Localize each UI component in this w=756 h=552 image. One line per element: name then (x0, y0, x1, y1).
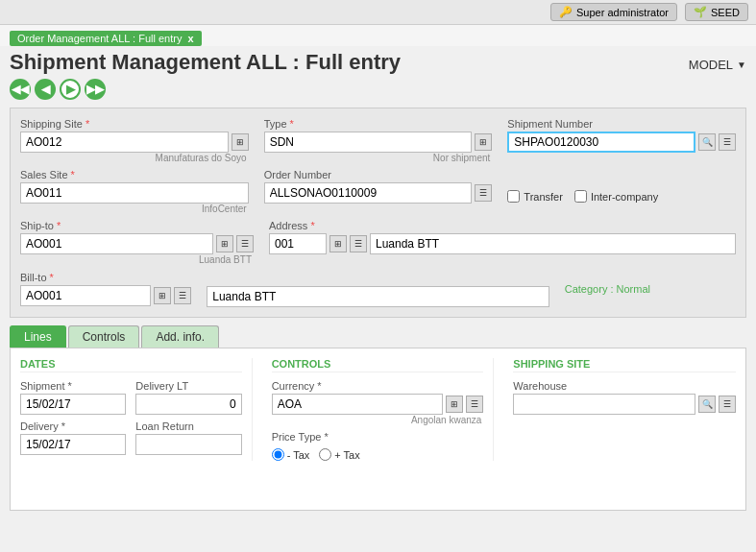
transfer-label: Transfer (524, 191, 563, 203)
shipment-date-input[interactable] (20, 394, 126, 415)
seed-label: SEED (711, 7, 740, 18)
user-button[interactable]: 🔑 Super administrator (550, 3, 677, 21)
top-bar: 🔑 Super administrator 🌱 SEED (0, 0, 756, 25)
form-row-3: Ship-to * ⊞ ☰ Luanda BTT Address * ⊞ ☰ (20, 220, 736, 265)
order-number-input[interactable] (264, 182, 473, 204)
shipping-section: SHIPPING SITE Warehouse 🔍 ☰ (503, 358, 736, 461)
shipping-site-input[interactable] (20, 132, 229, 153)
breadcrumb-text: Order Management ALL : Full entry (17, 33, 182, 44)
price-type-radio-row: - Tax + Tax (272, 448, 484, 461)
warehouse-list-icon[interactable]: ☰ (719, 396, 736, 413)
address-browse-icon[interactable]: ⊞ (329, 235, 347, 252)
first-button[interactable]: ◀◀ (10, 79, 31, 100)
shipping-site-group: Shipping Site * ⊞ Manufaturas do Soyo (20, 118, 249, 163)
user-icon: 🔑 (559, 6, 573, 18)
type-label: Type * (264, 118, 493, 130)
user-label: Super administrator (576, 7, 669, 18)
sales-site-sub: InfoCenter (20, 204, 249, 214)
breadcrumb: Order Management ALL : Full entry x (10, 31, 202, 46)
form-row-4: Bill-to * ⊞ ☰ Category : Normal (20, 271, 736, 307)
type-sub: Nor shipment (264, 153, 493, 163)
seed-button[interactable]: 🌱 SEED (685, 3, 748, 21)
delivery-lt-label: Delivery LT (135, 380, 241, 392)
price-type-plus-tax: + Tax (319, 448, 359, 461)
bill-to-group: Bill-to * ⊞ ☰ (20, 272, 191, 306)
sales-site-input[interactable] (20, 182, 249, 204)
address-name-input[interactable] (370, 233, 736, 254)
ship-to-list-icon[interactable]: ☰ (236, 235, 254, 252)
order-list-icon[interactable]: ☰ (475, 184, 492, 202)
currency-group: Currency * ⊞ ☰ Angolan kwanza (272, 380, 484, 425)
warehouse-input[interactable] (513, 394, 695, 415)
bill-to-input[interactable] (20, 285, 151, 306)
page-title: Shipment Management ALL : Full entry (10, 50, 401, 75)
currency-input[interactable] (272, 394, 444, 415)
category-value: Normal (617, 283, 650, 295)
loan-return-group: Loan Return (135, 420, 241, 455)
warehouse-label: Warehouse (513, 380, 736, 392)
delivery-lt-input[interactable] (135, 394, 241, 415)
bill-to-list-icon[interactable]: ☰ (174, 287, 191, 304)
delivery-date-input[interactable] (20, 434, 126, 455)
shipment-number-group: Shipment Number 🔍 ☰ (507, 118, 736, 163)
currency-browse-icon[interactable]: ⊞ (446, 396, 463, 413)
price-type-plus-radio[interactable] (319, 448, 331, 461)
tabs: Lines Controls Add. info. (0, 325, 756, 348)
controls-section: CONTROLS Currency * ⊞ ☰ Angolan kwanza P… (262, 358, 495, 461)
shipment-search-icon[interactable]: 🔍 (698, 133, 716, 151)
tab-lines[interactable]: Lines (10, 325, 66, 348)
type-browse-icon[interactable]: ⊞ (475, 133, 492, 151)
shipment-number-label: Shipment Number (507, 118, 736, 130)
tab-controls[interactable]: Controls (68, 325, 140, 348)
price-type-minus-tax: - Tax (272, 448, 310, 461)
address-code-input[interactable] (269, 233, 327, 254)
breadcrumb-close[interactable]: x (187, 33, 193, 44)
inter-company-checkbox[interactable] (574, 190, 587, 203)
delivery-lt-group: Delivery LT (135, 380, 241, 415)
address-list-icon[interactable]: ☰ (350, 235, 367, 252)
bill-to-name-input[interactable] (207, 286, 549, 307)
dates-grid: Shipment * Delivery LT Delivery * Loan R… (20, 380, 242, 455)
shipping-site-browse-icon[interactable]: ⊞ (232, 133, 249, 151)
tab-inner-grid: DATES Shipment * Delivery LT Delivery * (20, 358, 736, 461)
dates-section: DATES Shipment * Delivery LT Delivery * (20, 358, 253, 461)
loan-return-label: Loan Return (135, 420, 241, 432)
seed-icon: 🌱 (694, 6, 707, 18)
price-type-minus-radio[interactable] (272, 448, 284, 461)
category-group: Category : Normal (565, 282, 736, 296)
model-label: MODEL (689, 58, 733, 72)
transfer-intercompany-group: Transfer Inter-company (507, 169, 736, 214)
ship-to-sub: Luanda BTT (20, 254, 254, 265)
shipment-list-icon[interactable]: ☰ (719, 133, 736, 151)
ship-to-input[interactable] (20, 233, 213, 254)
transfer-checkbox[interactable] (507, 190, 520, 203)
shipment-number-input-row: 🔍 ☰ (507, 132, 736, 153)
tab-add-info[interactable]: Add. info. (141, 325, 219, 348)
loan-return-input[interactable] (135, 434, 241, 455)
ship-to-group: Ship-to * ⊞ ☰ Luanda BTT (20, 220, 254, 265)
warehouse-search-icon[interactable]: 🔍 (698, 396, 716, 413)
shipment-number-input[interactable] (507, 132, 695, 153)
delivery-date-group: Delivery * (20, 420, 126, 455)
nav-controls: ◀◀ ◀ ▶ ▶▶ (0, 79, 756, 108)
price-type-group: Price Type * - Tax + Tax (272, 431, 484, 461)
shipping-section-title: SHIPPING SITE (513, 358, 736, 372)
currency-list-icon[interactable]: ☰ (466, 396, 483, 413)
form-row-1: Shipping Site * ⊞ Manufaturas do Soyo Ty… (20, 118, 736, 163)
model-button[interactable]: MODEL ▼ (689, 58, 746, 72)
controls-section-title: CONTROLS (272, 358, 484, 372)
order-number-label: Order Number (264, 169, 493, 180)
ship-to-browse-icon[interactable]: ⊞ (216, 235, 233, 252)
warehouse-group: Warehouse 🔍 ☰ (513, 380, 736, 415)
type-input[interactable] (264, 132, 473, 153)
shipment-date-group: Shipment * (20, 380, 126, 415)
bill-to-browse-icon[interactable]: ⊞ (154, 287, 171, 304)
next-button[interactable]: ▶ (60, 79, 81, 100)
form-row-2: Sales Site * InfoCenter Order Number ☰ T… (20, 169, 736, 214)
page-header: Shipment Management ALL : Full entry MOD… (0, 46, 756, 79)
inter-company-label: Inter-company (591, 191, 658, 203)
chevron-down-icon: ▼ (737, 60, 746, 70)
prev-button[interactable]: ◀ (35, 79, 56, 100)
dates-section-title: DATES (20, 358, 242, 372)
last-button[interactable]: ▶▶ (85, 79, 106, 100)
